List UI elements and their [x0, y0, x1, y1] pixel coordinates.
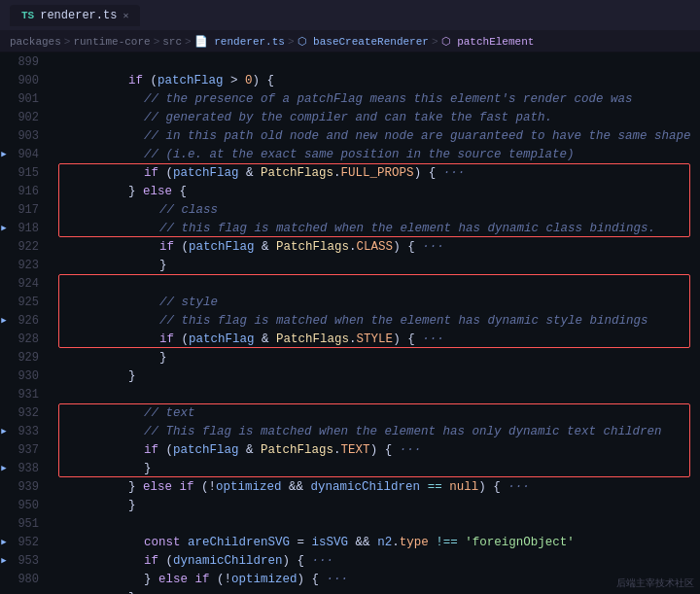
- code-line-899: if (patchFlag > 0) {: [54, 53, 700, 72]
- code-line-928: }: [54, 331, 700, 349]
- line-930: 930: [0, 367, 39, 386]
- line-924: 924: [0, 275, 39, 294]
- code-line-933: if (patchFlag & PatchFlags.TEXT) { ···: [54, 423, 700, 441]
- code-line-902: // in this path old node and new node ar…: [54, 109, 700, 127]
- breadcrumb-func: ⬡ baseCreateRenderer: [298, 35, 429, 48]
- code-line-937: }: [54, 441, 700, 460]
- line-931: 931: [0, 386, 39, 404]
- line-933: ▶ 933: [0, 423, 39, 441]
- line-939: 939: [0, 478, 39, 497]
- code-line-903: // (i.e. at the exact same position in t…: [54, 127, 700, 146]
- line-923: 923: [0, 257, 39, 275]
- tab-filename: renderer.ts: [40, 9, 117, 22]
- code-line-952: if (dynamicChildren) { ···: [54, 534, 700, 552]
- code-line-939: }: [54, 478, 700, 497]
- code-line-915: } else {: [54, 164, 700, 183]
- watermark: 后端主宰技术社区: [616, 577, 694, 590]
- code-line-900: // the presence of a patchFlag means thi…: [54, 72, 700, 90]
- line-899: 899: [0, 53, 39, 72]
- line-926: ▶ 926: [0, 312, 39, 331]
- title-bar: TS renderer.ts ✕: [0, 0, 700, 31]
- line-903: 903: [0, 127, 39, 146]
- code-line-931: // text: [54, 386, 700, 404]
- code-area: if (patchFlag > 0) { // the presence of …: [47, 52, 700, 594]
- line-922: 922: [0, 238, 39, 257]
- code-line-922: }: [54, 238, 700, 257]
- code-line-951: const areChildrenSVG = isSVG && n2.type …: [54, 515, 700, 534]
- code-line-980: }: [54, 571, 700, 589]
- editor: 899 900 901 902 903 ▶ 904: [0, 52, 700, 594]
- line-951: 951: [0, 515, 39, 534]
- breadcrumb-runtime-core: runtime-core: [73, 36, 150, 48]
- line-938: ▶ 938: [0, 460, 39, 478]
- line-928: 928: [0, 331, 39, 349]
- line-numbers: 899 900 901 902 903 ▶ 904: [0, 52, 47, 594]
- code-line-929: }: [54, 349, 700, 367]
- line-952: ▶ 952: [0, 534, 39, 552]
- code-line-923: [54, 257, 700, 275]
- ts-icon: TS: [21, 10, 34, 21]
- line-904: ▶ 904: [0, 146, 39, 164]
- line-950: 950: [0, 497, 39, 515]
- line-932: 932: [0, 404, 39, 423]
- code-line-916: // class: [54, 183, 700, 201]
- line-925: 925: [0, 294, 39, 312]
- breadcrumb-src: src: [162, 36, 182, 48]
- code-line-930: [54, 367, 700, 386]
- line-937: 937: [0, 441, 39, 460]
- active-tab[interactable]: TS renderer.ts ✕: [10, 5, 140, 26]
- code-line-926: if (patchFlag & PatchFlags.STYLE) { ···: [54, 312, 700, 331]
- breadcrumb-method: ⬡ patchElement: [441, 35, 535, 48]
- line-916: 916: [0, 183, 39, 201]
- line-980: 980: [0, 571, 39, 589]
- code-line-953: } else if (!optimized) { ···: [54, 552, 700, 571]
- code-line-901: // generated by the compiler and can tak…: [54, 90, 700, 109]
- line-953: ▶ 953: [0, 552, 39, 571]
- line-918: ▶ 918: [0, 220, 39, 238]
- line-917: 917: [0, 201, 39, 220]
- code-line-950: [54, 497, 700, 515]
- code-line-918: if (patchFlag & PatchFlags.CLASS) { ···: [54, 220, 700, 238]
- close-icon[interactable]: ✕: [122, 10, 128, 21]
- code-line-938: } else if (!optimized && dynamicChildren…: [54, 460, 700, 478]
- line-915: 915: [0, 164, 39, 183]
- code-line-925: // this flag is matched when the element…: [54, 294, 700, 312]
- code-line-924: // style: [54, 275, 700, 294]
- code-line-917: // this flag is matched when the element…: [54, 201, 700, 220]
- code-line-904: if (patchFlag & PatchFlags.FULL_PROPS) {…: [54, 146, 700, 164]
- breadcrumb-file: 📄 renderer.ts: [194, 35, 285, 48]
- breadcrumb: packages > runtime-core > src > 📄 render…: [0, 31, 700, 52]
- breadcrumb-packages: packages: [10, 36, 61, 48]
- line-902: 902: [0, 109, 39, 127]
- line-900: 900: [0, 72, 39, 90]
- line-901: 901: [0, 90, 39, 109]
- line-929: 929: [0, 349, 39, 367]
- code-line-932: // This flag is matched when the element…: [54, 404, 700, 423]
